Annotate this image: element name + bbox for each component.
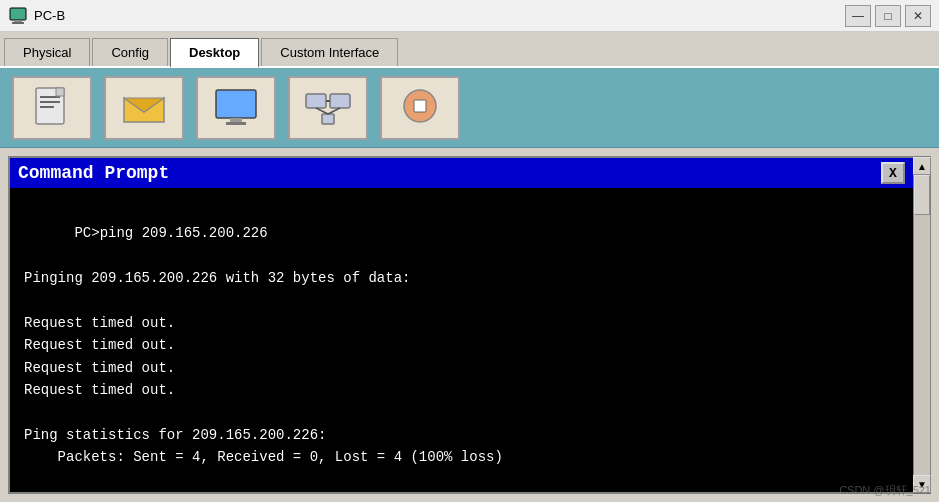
desktop-icon-1-img — [28, 84, 76, 132]
pc-icon — [8, 6, 28, 26]
desktop-icon-2[interactable] — [104, 76, 184, 140]
terminal-text: PC>ping 209.165.200.226 Pinging 209.165.… — [24, 225, 503, 465]
scroll-up-button[interactable]: ▲ — [913, 157, 931, 175]
svg-rect-1 — [14, 20, 22, 22]
cmd-close-button[interactable]: X — [881, 162, 905, 184]
svg-rect-14 — [322, 114, 334, 124]
scroll-thumb[interactable] — [914, 175, 930, 215]
main-content: Command Prompt X PC>ping 209.165.200.226… — [0, 148, 939, 502]
desktop-icon-5[interactable] — [380, 76, 460, 140]
window-title: PC-B — [34, 8, 65, 23]
terminal-output[interactable]: PC>ping 209.165.200.226 Pinging 209.165.… — [10, 188, 913, 492]
desktop-icon-4-img — [304, 84, 352, 132]
title-bar: PC-B — □ ✕ — [0, 0, 939, 32]
desktop-icon-5-img — [396, 84, 444, 132]
scroll-track[interactable] — [914, 175, 930, 475]
cmd-title: Command Prompt — [18, 163, 169, 183]
desktop-icon-3-img — [212, 84, 260, 132]
desktop-icon-4[interactable] — [288, 76, 368, 140]
cmd-header: Command Prompt X — [10, 158, 913, 188]
svg-rect-8 — [216, 90, 256, 118]
maximize-button[interactable]: □ — [875, 5, 901, 27]
svg-rect-11 — [306, 94, 326, 108]
svg-line-16 — [328, 108, 340, 114]
svg-rect-2 — [12, 22, 24, 24]
tab-desktop[interactable]: Desktop — [170, 38, 259, 68]
close-button[interactable]: ✕ — [905, 5, 931, 27]
tab-config[interactable]: Config — [92, 38, 168, 66]
svg-rect-5 — [40, 101, 60, 103]
svg-rect-10 — [226, 122, 246, 125]
svg-rect-18 — [414, 100, 426, 112]
desktop-area — [0, 68, 939, 148]
svg-rect-0 — [10, 8, 26, 20]
watermark: CSDN @玥轩_521 — [839, 483, 931, 498]
desktop-icon-1[interactable] — [12, 76, 92, 140]
scrollbar: ▲ ▼ — [913, 156, 931, 494]
desktop-icon-2-img — [120, 84, 168, 132]
desktop-icon-3[interactable] — [196, 76, 276, 140]
svg-rect-9 — [230, 118, 242, 122]
minimize-button[interactable]: — — [845, 5, 871, 27]
content-wrapper: Command Prompt X PC>ping 209.165.200.226… — [8, 156, 913, 494]
tab-bar: Physical Config Desktop Custom Interface — [0, 32, 939, 68]
tab-physical[interactable]: Physical — [4, 38, 90, 66]
title-bar-left: PC-B — [8, 6, 65, 26]
svg-rect-7 — [56, 88, 64, 96]
tab-custom-interface[interactable]: Custom Interface — [261, 38, 398, 66]
svg-rect-6 — [40, 106, 54, 108]
title-bar-controls: — □ ✕ — [845, 5, 931, 27]
svg-line-15 — [316, 108, 328, 114]
svg-rect-12 — [330, 94, 350, 108]
